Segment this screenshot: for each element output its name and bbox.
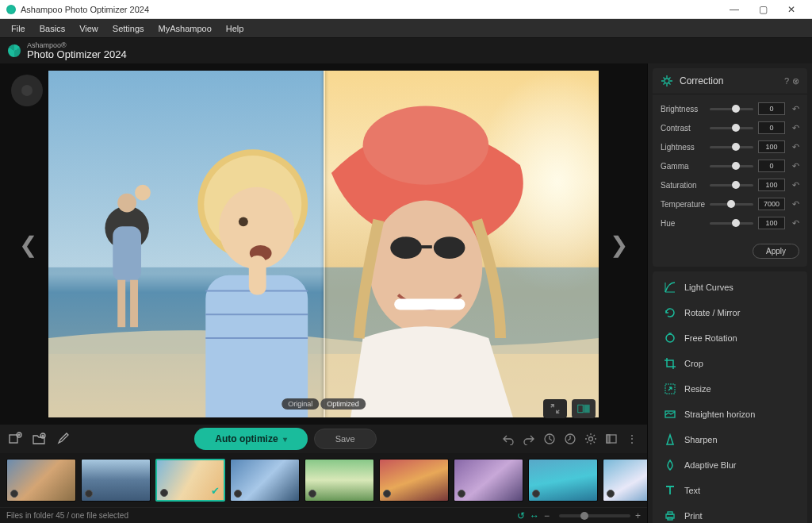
next-image-button[interactable]: ❯ [605, 215, 633, 273]
history-undo-all-icon[interactable] [541, 430, 558, 448]
blur-icon [664, 459, 676, 471]
action-toolbar: Auto optimize ▾ Save ⋮ [0, 425, 647, 453]
app-logo-icon [6, 5, 16, 14]
menu-help[interactable]: Help [220, 21, 251, 36]
brand-title: Photo Optimizer 2024 [27, 49, 127, 60]
compare-toggle-icon[interactable] [572, 399, 596, 418]
menu-view[interactable]: View [73, 21, 105, 36]
brush-icon[interactable] [54, 430, 71, 448]
menu-file[interactable]: File [5, 21, 32, 36]
thumbnail[interactable] [528, 459, 598, 502]
tool-straighten-horizon[interactable]: Straighten horizon [653, 402, 807, 427]
fit-width-icon[interactable]: ↔ [530, 510, 539, 521]
history-tool-group: ⋮ [500, 430, 641, 448]
collapse-icon[interactable]: ⊗ [792, 76, 799, 87]
slider-reset-temperature[interactable]: ↶ [790, 199, 801, 210]
compare-labels: Original Optimized [282, 398, 366, 410]
thumbnail[interactable] [6, 459, 76, 502]
redo-icon[interactable] [520, 430, 538, 448]
fullscreen-collapse-icon[interactable] [543, 399, 567, 418]
menu-basics[interactable]: Basics [33, 21, 71, 36]
tool-text[interactable]: Text [653, 478, 807, 503]
slider-reset-contrast[interactable]: ↶ [790, 123, 801, 133]
tools-panel: Light CurvesRotate / MirrorFree Rotation… [653, 271, 807, 523]
slider-value-brightness[interactable]: 0 [758, 102, 785, 115]
thumbnail[interactable] [230, 459, 300, 502]
tool-sharpen[interactable]: Sharpen [653, 427, 807, 452]
compare-divider[interactable] [324, 71, 325, 417]
tool-resize[interactable]: Resize [653, 376, 807, 402]
add-folder-icon[interactable] [30, 430, 48, 448]
tool-rotate-mirror[interactable]: Rotate / Mirror [653, 300, 807, 325]
slider-value-lightness[interactable]: 100 [758, 140, 785, 153]
prev-image-button[interactable]: ❮ [14, 215, 42, 273]
minimize-button[interactable]: — [720, 1, 749, 18]
svg-rect-16 [249, 256, 266, 295]
thumbnail[interactable]: ✔ [155, 459, 225, 502]
os-titlebar: Ashampoo Photo Optimizer 2024 — ▢ ✕ [0, 0, 812, 19]
svg-rect-7 [117, 280, 125, 327]
brand-row: Ashampoo® Photo Optimizer 2024 [0, 38, 812, 63]
history-redo-all-icon[interactable] [561, 430, 579, 448]
svg-rect-38 [668, 512, 672, 514]
panel-toggle-icon[interactable] [603, 430, 620, 448]
slider-lightness[interactable] [710, 146, 753, 148]
svg-rect-23 [578, 405, 583, 413]
thumbnail[interactable] [304, 459, 374, 502]
rotate-icon [664, 306, 676, 319]
menu-myashampoo[interactable]: MyAshampoo [152, 21, 218, 36]
slider-gamma[interactable] [710, 165, 753, 167]
help-icon[interactable]: ? [784, 76, 789, 87]
svg-point-34 [666, 334, 674, 342]
apply-button[interactable]: Apply [753, 244, 799, 259]
svg-point-9 [135, 185, 151, 201]
compare-view[interactable]: Original Optimized [48, 70, 599, 418]
slider-value-gamma[interactable]: 0 [758, 160, 785, 172]
slider-value-temperature[interactable]: 7000 [758, 198, 785, 210]
gear-icon[interactable] [582, 430, 599, 448]
sharpen-icon [664, 433, 676, 446]
save-button[interactable]: Save [314, 429, 377, 449]
tool-light-curves[interactable]: Light Curves [653, 275, 807, 300]
maximize-button[interactable]: ▢ [749, 1, 777, 18]
auto-optimize-button[interactable]: Auto optimize ▾ [194, 428, 307, 450]
more-icon[interactable]: ⋮ [623, 430, 641, 448]
tool-free-rotation[interactable]: Free Rotation [653, 325, 807, 351]
slider-hue[interactable] [710, 222, 753, 225]
slider-reset-gamma[interactable]: ↶ [790, 161, 801, 171]
slider-saturation[interactable] [710, 184, 753, 187]
add-files-icon[interactable] [6, 430, 24, 448]
menu-settings[interactable]: Settings [106, 21, 151, 36]
slider-temperature[interactable] [710, 203, 753, 206]
zoom-out-icon[interactable]: − [544, 510, 550, 521]
thumbnail[interactable] [603, 459, 647, 502]
side-panel: Correction ? ⊗ Brightness 0 ↶Contrast 0 … [647, 63, 812, 523]
slider-reset-lightness[interactable]: ↶ [790, 142, 801, 152]
rotate-ccw-icon[interactable]: ↺ [517, 510, 525, 521]
slider-contrast[interactable] [710, 127, 753, 129]
nav-dpad[interactable] [11, 75, 43, 106]
zoom-in-icon[interactable]: + [635, 510, 641, 521]
thumb-status-dot [234, 490, 242, 498]
thumbnail[interactable] [454, 459, 523, 502]
slider-reset-brightness[interactable]: ↶ [790, 104, 801, 114]
slider-reset-hue[interactable]: ↶ [790, 218, 801, 229]
slider-value-contrast[interactable]: 0 [758, 121, 785, 134]
slider-value-saturation[interactable]: 100 [758, 179, 785, 191]
thumb-status-dot [532, 490, 540, 498]
slider-value-hue[interactable]: 100 [758, 217, 785, 229]
thumbnail[interactable] [81, 459, 151, 502]
tool-crop[interactable]: Crop [653, 351, 807, 376]
svg-rect-24 [584, 405, 589, 413]
thumbnail[interactable] [379, 459, 449, 502]
tool-adaptive-blur[interactable]: Adaptive Blur [653, 452, 807, 478]
slider-label-hue: Hue [661, 219, 705, 228]
zoom-slider[interactable] [559, 514, 630, 517]
slider-reset-saturation[interactable]: ↶ [790, 180, 801, 190]
slider-brightness[interactable] [710, 108, 753, 110]
undo-icon[interactable] [500, 430, 517, 448]
print-icon [664, 510, 676, 522]
tool-print[interactable]: Print [653, 503, 807, 523]
svg-point-5 [117, 194, 136, 213]
close-button[interactable]: ✕ [777, 1, 806, 18]
